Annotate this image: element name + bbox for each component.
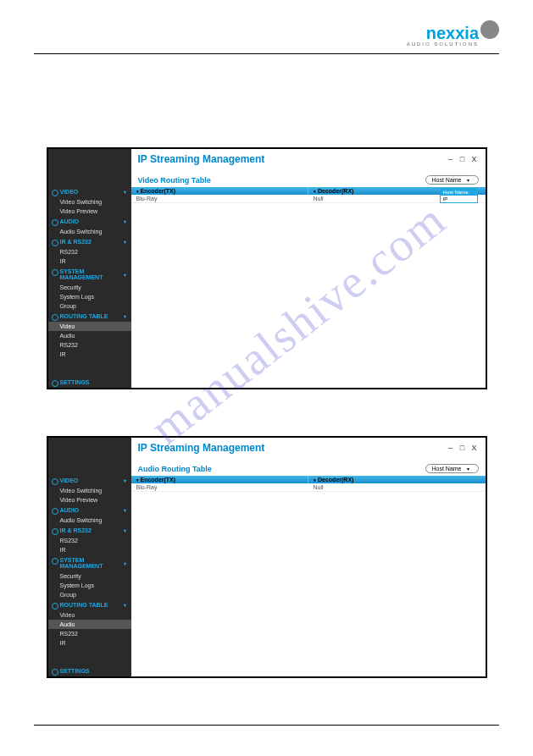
sidebar-item[interactable]: System Logs <box>48 581 131 590</box>
sidebar-item[interactable]: Audio <box>48 620 131 629</box>
window-controls: –□X <box>447 155 479 163</box>
sidebar-section-header[interactable]: VIDEO▾ <box>48 186 131 197</box>
host-name-select[interactable]: Host Name▾ <box>425 464 478 473</box>
sidebar-section-header[interactable]: AUDIO▾ <box>48 505 131 516</box>
dropdown-option[interactable]: IP <box>441 196 477 202</box>
sidebar: VIDEO▾Video SwitchingVideo PreviewAUDIO▾… <box>48 149 131 388</box>
close-button[interactable]: X <box>470 155 479 163</box>
table-row[interactable]: Blu-RayNull <box>131 483 486 492</box>
sidebar-section-header[interactable]: AUDIO▾ <box>48 216 131 227</box>
sidebar-item[interactable]: RS232 <box>48 247 131 257</box>
sidebar-section-header[interactable]: ROUTING TABLE▾ <box>48 599 131 610</box>
header-rule <box>34 53 499 54</box>
app-title: IP Streaming Management <box>138 153 265 165</box>
brand-badge-icon <box>480 20 499 39</box>
host-name-select[interactable]: Host Name▾Host NameIP <box>425 175 478 185</box>
maximize-button[interactable]: □ <box>458 155 467 163</box>
chevron-down-icon: ▾ <box>124 218 126 224</box>
sidebar-item[interactable]: System Logs <box>48 292 131 301</box>
chevron-down-icon: ▾ <box>124 477 126 483</box>
sidebar-item[interactable]: IR <box>48 638 131 648</box>
sidebar-item[interactable]: Video Switching <box>48 197 131 207</box>
table-row[interactable]: Blu-RayNull <box>131 195 486 203</box>
chevron-down-icon: ▾ <box>467 177 469 183</box>
chevron-down-icon: ▾ <box>124 507 126 513</box>
sidebar-settings-label: SETTINGS <box>60 668 90 674</box>
app-window: VIDEO▾Video SwitchingVideo PreviewAUDIO▾… <box>47 436 487 678</box>
sidebar-item[interactable]: IR <box>48 350 131 359</box>
host-name-select-label: Host Name <box>431 466 461 472</box>
sidebar-item[interactable]: Group <box>48 301 131 311</box>
host-name-dropdown: Host NameIP <box>440 188 478 203</box>
column-label: Decoder(RX) <box>318 477 353 483</box>
sidebar-item[interactable]: Security <box>48 283 131 292</box>
sidebar-section-header[interactable]: VIDEO▾ <box>48 475 131 486</box>
chevron-down-icon: ▾ <box>124 239 126 245</box>
sidebar-item[interactable]: Group <box>48 590 131 599</box>
sidebar-item[interactable]: IR <box>48 257 131 266</box>
app-title: IP Streaming Management <box>138 442 265 454</box>
section-title: Audio Routing Table <box>138 465 212 473</box>
chevron-down-icon: ▾ <box>124 602 126 608</box>
maximize-button[interactable]: □ <box>458 444 467 452</box>
sidebar-section-header[interactable]: ROUTING TABLE▾ <box>48 311 131 322</box>
chevron-down-icon: ▾ <box>124 189 126 195</box>
sidebar-item[interactable]: RS232 <box>48 340 131 350</box>
page-header: nexxia AUDIO SOLUTIONS <box>34 24 499 53</box>
table-cell: Null <box>308 483 486 491</box>
minimize-button[interactable]: – <box>447 155 455 163</box>
sidebar-section-label: ROUTING TABLE <box>60 313 108 319</box>
chevron-down-icon: ▾ <box>124 313 126 319</box>
sidebar-item[interactable]: Audio Switching <box>48 516 131 525</box>
sidebar-item[interactable]: Audio Switching <box>48 227 131 236</box>
column-label: Encoder(TX) <box>141 188 176 194</box>
sort-icon: ▾ <box>314 189 316 194</box>
sidebar-item[interactable]: Audio <box>48 331 131 340</box>
brand-logo: nexxia <box>426 24 479 43</box>
sidebar-item[interactable]: Security <box>48 571 131 581</box>
table-column-header[interactable]: ▾Decoder(RX) <box>308 476 486 483</box>
sidebar-settings[interactable]: SETTINGS <box>48 665 131 676</box>
sidebar-item[interactable]: RS232 <box>48 629 131 638</box>
sidebar-section-header[interactable]: IR & RS232▾ <box>48 525 131 536</box>
sidebar-settings[interactable]: SETTINGS <box>48 377 131 388</box>
chevron-down-icon: ▾ <box>124 527 126 533</box>
footer-rule <box>34 725 499 726</box>
section-title: Video Routing Table <box>138 176 211 185</box>
close-button[interactable]: X <box>470 444 479 452</box>
table-column-header[interactable]: ▾Encoder(TX) <box>131 476 309 483</box>
sidebar-item[interactable]: Video Preview <box>48 207 131 216</box>
sidebar-section-label: SYSTEM MANAGEMENT <box>60 557 124 569</box>
column-label: Encoder(TX) <box>141 477 176 483</box>
sidebar-section-label: IR & RS232 <box>60 527 92 533</box>
sidebar-item[interactable]: RS232 <box>48 536 131 545</box>
sidebar-section-header[interactable]: SYSTEM MANAGEMENT▾ <box>48 266 131 283</box>
sidebar-section-header[interactable]: IR & RS232▾ <box>48 236 131 247</box>
dropdown-option[interactable]: Host Name <box>441 189 477 196</box>
sidebar-section-label: VIDEO <box>60 189 79 195</box>
sidebar: VIDEO▾Video SwitchingVideo PreviewAUDIO▾… <box>48 438 131 676</box>
chevron-down-icon: ▾ <box>467 466 469 472</box>
app-window: VIDEO▾Video SwitchingVideo PreviewAUDIO▾… <box>47 147 487 389</box>
sidebar-item[interactable]: Video Switching <box>48 486 131 495</box>
sidebar-section-label: AUDIO <box>60 218 80 224</box>
table-cell: Blu-Ray <box>131 195 308 202</box>
sidebar-section-label: VIDEO <box>60 477 79 483</box>
minimize-button[interactable]: – <box>447 444 455 452</box>
main-panel: IP Streaming Management–□XAudio Routing … <box>131 438 486 676</box>
sidebar-item[interactable]: Video <box>48 610 131 620</box>
sort-icon: ▾ <box>314 477 316 483</box>
sidebar-item[interactable]: IR <box>48 545 131 555</box>
sidebar-section-label: SYSTEM MANAGEMENT <box>60 268 124 280</box>
sidebar-item[interactable]: Video <box>48 322 131 331</box>
sidebar-section-header[interactable]: SYSTEM MANAGEMENT▾ <box>48 555 131 571</box>
table-body: Blu-RayNull <box>131 483 486 676</box>
table-header: ▾Encoder(TX)▾Decoder(RX) <box>131 476 486 483</box>
table-column-header[interactable]: ▾Encoder(TX) <box>131 187 309 195</box>
sidebar-settings-label: SETTINGS <box>60 379 90 385</box>
sort-icon: ▾ <box>136 189 139 194</box>
sidebar-item[interactable]: Video Preview <box>48 495 131 505</box>
sort-icon: ▾ <box>136 477 139 483</box>
host-name-select-label: Host Name <box>431 177 461 183</box>
sidebar-section-label: ROUTING TABLE <box>60 602 108 608</box>
